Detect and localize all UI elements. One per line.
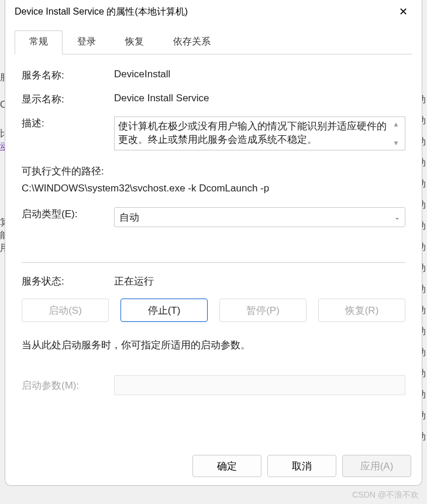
service-control-buttons: 启动(S) 停止(T) 暂停(P) 恢复(R): [22, 299, 405, 322]
tab-recovery[interactable]: 恢复: [111, 30, 159, 54]
service-properties-dialog: Device Install Service 的属性(本地计算机) ✕ 常规 登…: [5, 0, 422, 486]
resume-button: 恢复(R): [318, 299, 405, 322]
startup-type-selected: 自动: [119, 211, 139, 224]
ok-button[interactable]: 确定: [192, 455, 261, 477]
service-status-label: 服务状态:: [22, 275, 114, 288]
tabs-container: 常规 登录 恢复 依存关系: [5, 23, 422, 54]
watermark: CSDN @不浪不欢: [352, 490, 419, 500]
startup-type-row: 启动类型(E): 自动 ⌄: [22, 207, 405, 227]
apply-button: 应用(A): [342, 455, 411, 477]
pause-button: 暂停(P): [219, 299, 307, 322]
window-title: Device Install Service 的属性(本地计算机): [15, 6, 188, 18]
exe-path-block: 可执行文件的路径: C:\WINDOWS\system32\svchost.ex…: [22, 164, 405, 194]
start-params-input: [114, 375, 405, 395]
scroll-down-icon: ▼: [393, 139, 400, 146]
close-icon: ✕: [399, 5, 408, 18]
titlebar: Device Install Service 的属性(本地计算机) ✕: [5, 0, 422, 23]
start-params-hint: 当从此处启动服务时，你可指定所适用的启动参数。: [22, 338, 405, 352]
service-status-value: 正在运行: [114, 275, 405, 288]
description-box[interactable]: 使计算机在极少或没有用户输入的情况下能识别并适应硬件的更改。终止或禁用此服务会造…: [114, 116, 405, 150]
startup-type-select[interactable]: 自动 ⌄: [114, 207, 405, 227]
startup-type-label: 启动类型(E):: [22, 207, 114, 227]
service-name-value: DeviceInstall: [114, 68, 405, 82]
close-button[interactable]: ✕: [394, 2, 412, 21]
display-name-label: 显示名称:: [22, 92, 114, 106]
display-name-value: Device Install Service: [114, 92, 405, 106]
tab-logon[interactable]: 登录: [63, 30, 111, 54]
exe-path-value: C:\WINDOWS\system32\svchost.exe -k DcomL…: [22, 183, 405, 194]
tab-content-general: 服务名称: DeviceInstall 显示名称: Device Install…: [5, 54, 422, 448]
dialog-footer: 确定 取消 应用(A): [5, 448, 422, 485]
tab-dependencies[interactable]: 依存关系: [159, 30, 225, 54]
start-params-label: 启动参数(M):: [22, 379, 114, 392]
service-status-row: 服务状态: 正在运行: [22, 275, 405, 288]
divider: [22, 262, 405, 263]
scroll-up-icon: ▲: [393, 121, 400, 128]
description-scrollbar[interactable]: ▲ ▼: [391, 119, 401, 148]
tabs: 常规 登录 恢复 依存关系: [15, 30, 412, 54]
exe-path-label: 可执行文件的路径:: [22, 164, 405, 178]
description-row: 描述: 使计算机在极少或没有用户输入的情况下能识别并适应硬件的更改。终止或禁用此…: [22, 116, 405, 150]
description-text: 使计算机在极少或没有用户输入的情况下能识别并适应硬件的更改。终止或禁用此服务会造…: [118, 119, 391, 148]
tab-general[interactable]: 常规: [15, 30, 63, 54]
service-name-row: 服务名称: DeviceInstall: [22, 68, 405, 82]
stop-button[interactable]: 停止(T): [120, 299, 208, 322]
service-name-label: 服务名称:: [22, 68, 114, 82]
start-button: 启动(S): [22, 299, 109, 322]
chevron-down-icon: ⌄: [394, 213, 400, 221]
start-params-row: 启动参数(M):: [22, 375, 405, 395]
description-label: 描述:: [22, 116, 114, 150]
display-name-row: 显示名称: Device Install Service: [22, 92, 405, 106]
cancel-button[interactable]: 取消: [267, 455, 336, 477]
